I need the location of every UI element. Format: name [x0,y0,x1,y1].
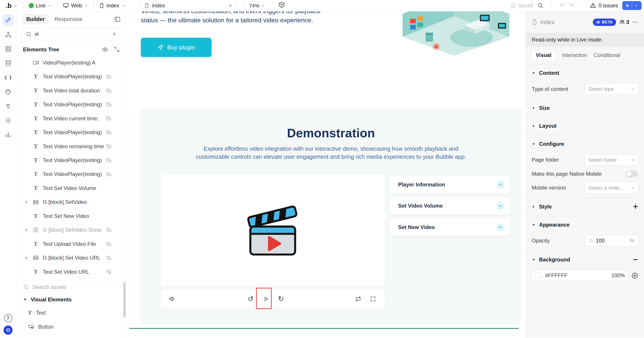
accordion-player-information[interactable]: Player Information [390,176,510,193]
volume-button[interactable] [168,290,176,308]
opacity-input[interactable]: 100 % [585,235,638,246]
workflow-tab-button[interactable] [2,29,14,40]
tree-item[interactable]: T Text VideoPlayer(testing) [16,167,126,181]
help-icon[interactable]: ? [4,314,12,322]
tree-item[interactable]: T Text VideoPlayer(testing) [16,98,126,111]
tree-item[interactable]: T Text Set New Video [16,209,126,223]
section-size[interactable]: Size [526,99,644,117]
tree-item[interactable]: VideoPlayer(testing) A [16,56,126,70]
components-tab-button[interactable] [2,43,14,54]
tree-item[interactable]: T Text Set Video URL [16,265,126,279]
environment-selector[interactable]: Live [27,2,54,9]
add-color-icon[interactable] [631,272,638,279]
tree-item[interactable]: T Text VideoPlayer(testing) [16,70,126,83]
expand-icon[interactable] [114,46,120,52]
tree-item[interactable]: T Text Video remaining time [16,139,126,153]
chevron-down-icon[interactable] [496,202,505,210]
search-input[interactable] [35,31,109,37]
section-content[interactable]: Content [526,64,644,82]
caret-right-icon[interactable] [24,228,28,232]
chevron-down-icon[interactable] [496,180,505,189]
text-element-icon: T [32,115,39,122]
tree-item[interactable]: T Text VideoPlayer(testing) [16,153,126,167]
design-tab-button[interactable] [2,14,14,26]
more-options-icon[interactable]: ⋯ [632,19,638,25]
section-layout[interactable]: Layout [526,117,644,135]
undo-icon[interactable]: ↶ [560,2,564,9]
fullscreen-button[interactable] [368,290,378,308]
tab-responsive[interactable]: Responsive [54,16,82,22]
hero-paragraph: Vimeo, seamless customization, and event… [141,11,338,24]
tree-item[interactable]: G [block] Set Video URL [16,251,126,265]
chevron-down-icon[interactable] [496,223,505,231]
zoom-selector[interactable]: 74% [244,1,270,10]
eye-icon[interactable] [102,46,108,53]
assets-search-input[interactable] [32,284,120,290]
palette-item-button[interactable]: Button [16,320,126,334]
palette-item-text[interactable]: T Text [16,306,126,320]
tree-item[interactable]: T Text Video current time: [16,112,126,126]
search-icon[interactable] [537,2,544,9]
remove-background-icon[interactable]: − [633,256,638,263]
backend-tab-button[interactable]: { } [2,72,14,83]
mobile-version-dropdown[interactable]: Select a mobi... [585,182,638,193]
tab-visual[interactable]: Visual [532,50,556,60]
clear-search-icon[interactable] [112,31,117,36]
preview-button[interactable] [622,1,642,10]
component-library-button[interactable] [278,1,285,8]
section-configure[interactable]: Configure [526,135,644,153]
tab-conditional[interactable]: Conditional [594,52,620,58]
tree-item[interactable]: T Text Upload Video File [16,237,126,251]
tab-interaction[interactable]: Interaction [562,52,587,58]
section-appearance[interactable]: Appearance [526,216,644,234]
redo-icon[interactable]: ↷ [569,2,574,9]
page-canvas[interactable]: Vimeo, seamless customization, and event… [126,11,526,338]
plugins-tab-button[interactable] [2,100,14,112]
mobile-version-label: Mobile version [532,185,566,191]
video-element-icon [33,60,39,66]
logs-tab-button[interactable] [2,129,14,141]
settings-tab-button[interactable] [2,115,14,126]
page-icon [144,3,149,8]
caret-right-icon[interactable] [24,200,28,204]
avatar[interactable]: O [4,326,12,335]
data-tab-button[interactable] [2,57,14,69]
assets-search[interactable] [16,280,126,294]
visual-elements-section[interactable]: Visual Elements [16,294,126,306]
issues-indicator[interactable]: 0 issues [590,2,618,9]
type-of-content-dropdown[interactable]: Select type [585,83,638,95]
video-player-area[interactable] [160,174,385,286]
collapse-panel-icon[interactable] [114,16,120,22]
background-color-input[interactable]: #FFFFFF 100% [532,270,629,281]
page-folder-dropdown[interactable]: Select folder [585,154,638,166]
styles-tab-button[interactable] [2,86,14,98]
accordion-set-new-video[interactable]: Set New Video [390,218,510,236]
bubble-logo-menu[interactable]: .b [4,2,19,9]
loop-button[interactable] [354,290,363,308]
scrollbar-thumb[interactable] [124,282,126,317]
section-background[interactable]: Background − [526,250,644,269]
collaborators-indicator[interactable]: 3 [619,19,629,25]
tree-item[interactable]: T Text VideoPlayer(testing) [16,126,126,139]
tab-index[interactable]: index [140,0,237,11]
section-style[interactable]: Style + [526,197,644,216]
add-style-icon[interactable]: + [633,203,638,210]
tree-item[interactable]: G [block] SetVideo Show [16,223,126,237]
rewind-button[interactable]: ↺ [246,290,255,308]
property-panel-header: index BETA 3 ⋯ [526,11,644,33]
tab-builder[interactable]: Builder [22,14,49,24]
native-mobile-toggle[interactable] [626,170,638,177]
buy-plugin-button[interactable]: Buy plugin [141,38,212,57]
forward-button[interactable]: ↻ [276,290,285,308]
close-tab-icon[interactable] [228,3,232,8]
tree-item[interactable]: T Text Video total duration [16,84,126,98]
page-selector[interactable]: index [98,2,127,9]
color-swatch[interactable] [536,272,542,279]
elements-search[interactable] [21,28,121,40]
tree-item[interactable]: T Text Set Video Volume [16,181,126,195]
accordion-set-video-volume[interactable]: Set Video Volume [390,197,510,215]
tree-item[interactable]: G [block] SetVideo [16,195,126,209]
caret-right-icon[interactable] [24,256,28,260]
chevron-down-icon[interactable] [634,3,638,7]
platform-selector[interactable]: Web [61,2,90,9]
